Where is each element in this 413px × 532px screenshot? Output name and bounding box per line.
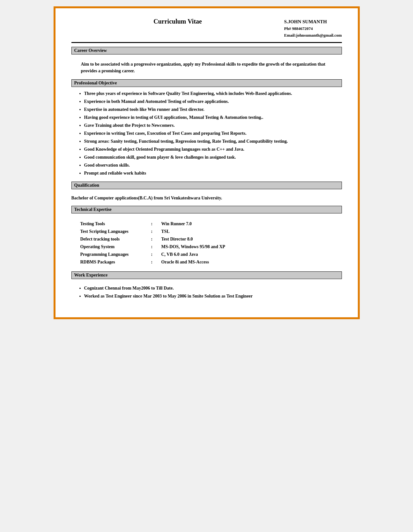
list-item: Having good experience in testing of GUI… (84, 114, 342, 121)
list-item: Expertise in automated tools like Win ru… (84, 106, 342, 113)
tech-separator: : (149, 243, 159, 250)
list-item: Prompt and reliable work habits (84, 170, 342, 176)
tech-value: TSL (159, 228, 348, 235)
list-item: Experience in both Manual and Automated … (84, 98, 342, 105)
qualification-section: Qualification Bachelor of Computer appli… (71, 182, 342, 201)
tech-separator: : (149, 228, 159, 235)
tech-label: Operating System (78, 243, 149, 250)
work-experience-list: Cognizant Chennai from May2006 to Till D… (71, 285, 342, 299)
tech-value: Test Director 8.0 (159, 236, 348, 243)
tech-label: Programming Languages (78, 251, 149, 258)
tech-label: Test Scripting Languages (78, 228, 149, 235)
list-item: Experience in writing Test cases, Execut… (84, 130, 342, 137)
header-section: Curriculum Vitae S.JOHN SUMANTH Ph# 9884… (71, 18, 342, 39)
table-row: RDBMS Packages : Oracle 8i and MS-Access (78, 259, 348, 266)
tech-value: MS-DOS, Windows 95/98 and XP (159, 243, 348, 250)
resume-inner: Curriculum Vitae S.JOHN SUMANTH Ph# 9884… (55, 8, 358, 317)
header-divider (71, 42, 342, 43)
list-item: Gave Training about the Project to Newco… (84, 122, 342, 129)
tech-label: Defect tracking tools (78, 236, 149, 243)
table-row: Test Scripting Languages : TSL (78, 228, 348, 235)
tech-value: Win Runner 7.0 (159, 220, 348, 227)
list-item: Cognizant Chennai from May2006 to Till D… (84, 285, 342, 291)
list-item: Good communication skill, good team play… (84, 154, 342, 161)
list-item: Three plus years of experience in Softwa… (84, 90, 342, 97)
list-item: Good observation skills. (84, 162, 342, 169)
tech-value: Oracle 8i and MS-Access (159, 259, 348, 266)
candidate-name: S.JOHN SUMANTH (284, 18, 342, 25)
header-left: Curriculum Vitae (71, 18, 284, 28)
qualification-header: Qualification (71, 182, 342, 189)
tech-separator: : (149, 259, 159, 266)
career-overview-text: Aim to be associated with a progressive … (81, 61, 342, 74)
technical-expertise-table: Testing Tools : Win Runner 7.0 Test Scri… (78, 220, 348, 266)
tech-value: C, VB 6.0 and Java (159, 251, 348, 258)
candidate-phone: Ph# 9884672074 (284, 25, 342, 32)
work-experience-header: Work Experience (71, 271, 342, 279)
table-row: Testing Tools : Win Runner 7.0 (78, 220, 348, 227)
professional-objective-list: Three plus years of experience in Softwa… (71, 90, 342, 176)
list-item: Good Knowledge of object Oriented Progra… (84, 146, 342, 153)
work-experience-section: Work Experience Cognizant Chennai from M… (71, 271, 342, 299)
professional-objective-section: Professional Objective Three plus years … (71, 79, 342, 176)
list-item: Strong areas: Sanity testing, Functional… (84, 138, 342, 145)
table-row: Defect tracking tools : Test Director 8.… (78, 236, 348, 243)
tech-label: Testing Tools (78, 220, 149, 227)
resume-container: Curriculum Vitae S.JOHN SUMANTH Ph# 9884… (54, 6, 360, 319)
tech-separator: : (149, 251, 159, 258)
candidate-email: Email:johnsumanth@gmail.com (284, 32, 342, 39)
tech-separator: : (149, 220, 159, 227)
career-overview-section: Career Overview Aim to be associated wit… (71, 47, 342, 74)
table-row: Operating System : MS-DOS, Windows 95/98… (78, 243, 348, 250)
resume-title: Curriculum Vitae (71, 18, 284, 25)
list-item: Worked as Test Engineer since Mar 2003 t… (84, 293, 342, 299)
tech-label: RDBMS Packages (78, 259, 149, 266)
technical-expertise-section: Technical Expertise Testing Tools : Win … (71, 206, 342, 266)
qualification-text: Bachelor of Computer applications(B.C.A)… (71, 196, 342, 201)
header-right: S.JOHN SUMANTH Ph# 9884672074 Email:john… (284, 18, 342, 39)
professional-objective-header: Professional Objective (71, 79, 342, 87)
technical-expertise-header: Technical Expertise (71, 206, 342, 213)
tech-separator: : (149, 236, 159, 243)
table-row: Programming Languages : C, VB 6.0 and Ja… (78, 251, 348, 258)
career-overview-header: Career Overview (71, 47, 342, 54)
